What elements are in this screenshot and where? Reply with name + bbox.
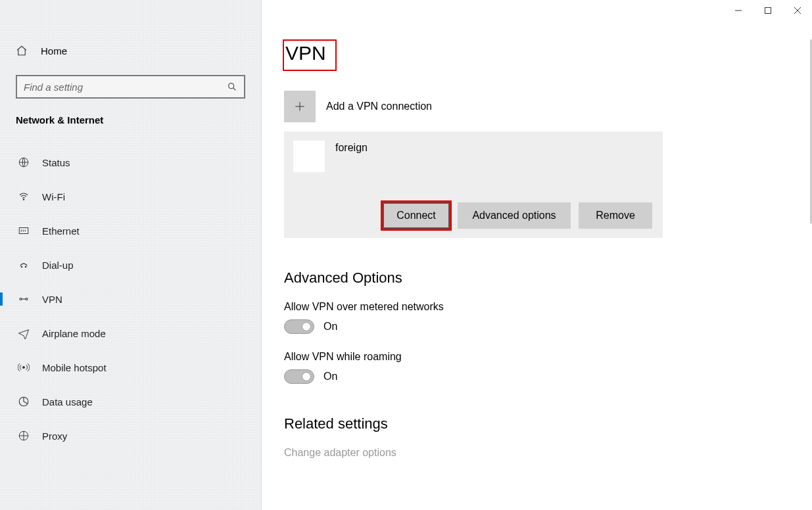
globe-icon (17, 156, 30, 169)
sidebar-item-proxy[interactable]: Proxy (0, 419, 261, 453)
svg-point-10 (25, 266, 26, 267)
dialup-icon (17, 258, 30, 271)
svg-point-7 (23, 199, 24, 200)
sidebar-item-label: Mobile hotspot (42, 362, 107, 373)
sidebar-item-hotspot[interactable]: Mobile hotspot (0, 350, 261, 384)
sidebar-home[interactable]: Home (0, 39, 261, 62)
datausage-icon (17, 395, 30, 408)
add-vpn-row[interactable]: Add a VPN connection (284, 91, 812, 122)
sidebar-item-label: Airplane mode (42, 328, 106, 339)
svg-line-5 (233, 88, 236, 91)
change-adapter-link[interactable]: Change adapter options (284, 447, 812, 459)
roaming-label: Allow VPN while roaming (284, 351, 812, 363)
sidebar-item-label: Status (42, 157, 70, 168)
sidebar-item-wifi[interactable]: Wi-Fi (0, 179, 261, 214)
ethernet-icon (17, 224, 30, 237)
vpn-icon (17, 292, 30, 306)
svg-rect-8 (19, 228, 28, 234)
sidebar-item-airplane[interactable]: Airplane mode (0, 316, 261, 350)
proxy-icon (17, 429, 30, 442)
related-settings-heading: Related settings (284, 415, 812, 432)
sidebar-item-dialup[interactable]: Dial-up (0, 248, 261, 282)
sidebar-item-label: Proxy (42, 430, 67, 442)
vpn-connection-card[interactable]: foreign Connect Advanced options Remove (284, 131, 663, 238)
metered-state: On (323, 321, 337, 333)
search-icon (227, 81, 237, 92)
remove-button[interactable]: Remove (579, 202, 652, 229)
page-title: VPN (283, 39, 337, 71)
advanced-options-button[interactable]: Advanced options (458, 202, 571, 229)
sidebar-item-label: Wi-Fi (42, 191, 65, 202)
sidebar-item-label: Data usage (42, 396, 93, 407)
svg-point-4 (229, 83, 234, 89)
search-input[interactable] (24, 81, 227, 93)
add-vpn-label: Add a VPN connection (326, 101, 432, 112)
svg-point-9 (21, 266, 22, 267)
home-icon (16, 45, 29, 57)
metered-toggle[interactable] (284, 319, 314, 334)
airplane-icon (17, 327, 30, 340)
hotspot-icon (17, 361, 30, 374)
sidebar-item-vpn[interactable]: VPN (0, 282, 261, 316)
sidebar-item-status[interactable]: Status (0, 145, 261, 179)
search-box[interactable] (16, 75, 245, 99)
roaming-toggle[interactable] (284, 369, 314, 384)
wifi-icon (17, 190, 30, 203)
svg-point-11 (20, 298, 22, 300)
svg-point-13 (23, 367, 25, 369)
connect-button[interactable]: Connect (383, 202, 450, 229)
sidebar-item-ethernet[interactable]: Ethernet (0, 214, 261, 248)
sidebar-item-datausage[interactable]: Data usage (0, 384, 261, 419)
main-content: VPN Add a VPN connection foreign Connect… (262, 0, 812, 510)
sidebar-home-label: Home (41, 45, 67, 57)
plus-icon (284, 91, 316, 122)
sidebar-category: Network & Internet (0, 114, 261, 126)
sidebar: Home Network & Internet Status (0, 0, 262, 510)
advanced-options-heading: Advanced Options (284, 269, 812, 287)
sidebar-item-label: Ethernet (42, 225, 80, 237)
sidebar-item-label: Dial-up (42, 260, 74, 271)
roaming-state: On (323, 371, 337, 382)
sidebar-item-label: VPN (42, 294, 62, 305)
vpn-connection-icon (293, 141, 325, 172)
metered-label: Allow VPN over metered networks (284, 301, 812, 313)
vpn-connection-name: foreign (335, 141, 368, 154)
svg-point-12 (26, 298, 28, 300)
